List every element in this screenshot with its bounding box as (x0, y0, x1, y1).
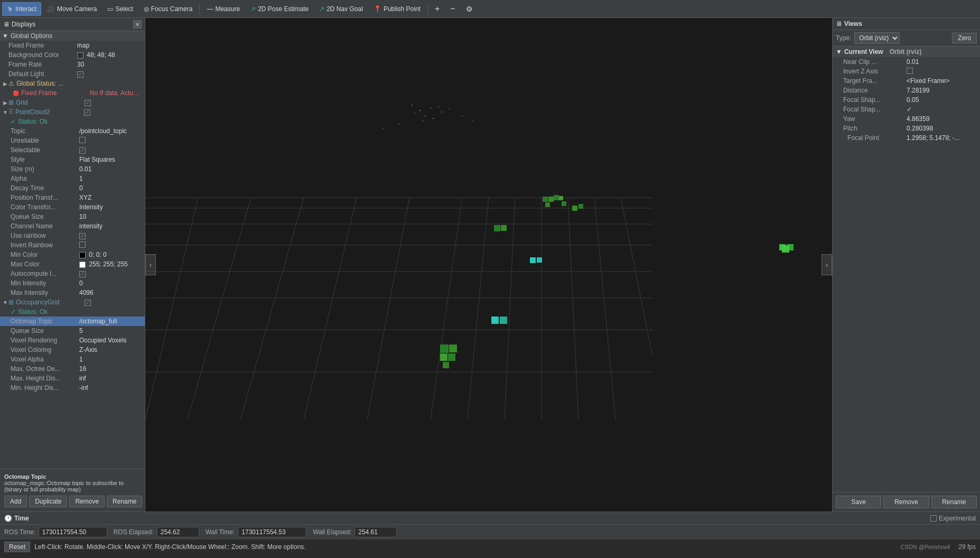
occ-status-label: Status: Ok (18, 308, 87, 315)
ros-time-label: ROS Time: (4, 528, 35, 536)
distance-row[interactable]: Distance 7.28199 (833, 86, 980, 95)
views-save-button[interactable]: Save (836, 496, 881, 508)
focal-shape2-label: Focal Shap... (843, 106, 907, 113)
pointcloud2-checkbox[interactable]: ✓ (84, 109, 90, 116)
grid-row[interactable]: ▶ ⊞ Grid ✓ (0, 98, 145, 107)
wall-time-field[interactable] (238, 527, 306, 537)
views-rename-button[interactable]: Rename (931, 496, 977, 508)
voxel-alpha-row[interactable]: Voxel Alpha 1 (0, 355, 145, 364)
voxel-rendering-row[interactable]: Voxel Rendering Occupied Voxels (0, 336, 145, 345)
focal-point-row[interactable]: Focal Point 1.2958; 5.1478; -... (833, 133, 980, 143)
use-rainbow-row[interactable]: Use rainbow ✓ (0, 231, 145, 240)
minus-button[interactable]: − (445, 2, 460, 16)
min-height-row[interactable]: Min. Height Dis... -inf (0, 383, 145, 393)
max-octree-label: Max. Octree De... (11, 365, 79, 373)
default-light-row[interactable]: Default Light ✓ (0, 69, 145, 79)
occupancy-grid-checkbox-val: ✓ (85, 299, 143, 306)
settings-button[interactable]: ⚙ (461, 2, 478, 16)
move-camera-button[interactable]: 🎥 Move Camera (42, 2, 101, 16)
style-row[interactable]: Style Flat Squares (0, 155, 145, 164)
use-rainbow-checkbox[interactable]: ✓ (79, 233, 86, 239)
channel-name-row[interactable]: Channel Name intensity (0, 221, 145, 231)
pitch-row[interactable]: Pitch 0.280398 (833, 124, 980, 133)
invert-rainbow-checkbox[interactable] (79, 241, 86, 248)
default-light-checkbox[interactable]: ✓ (77, 71, 83, 78)
svg-line-8 (145, 198, 198, 420)
interact-button[interactable]: 🖱 Interact (2, 2, 41, 16)
pc-status-row[interactable]: ✓ Status: Ok (0, 117, 145, 126)
global-status-label: Global Status: ... (16, 80, 85, 87)
target-frame-row[interactable]: Target Fra... <Fixed Frame> (833, 76, 980, 86)
alpha-row[interactable]: Alpha 1 (0, 174, 145, 183)
nav-arrow-right[interactable]: › (822, 254, 832, 275)
nav-arrow-left[interactable]: ‹ (145, 254, 156, 275)
displays-close-button[interactable]: ✕ (133, 20, 142, 29)
nav-goal-button[interactable]: ↗ 2D Nav Goal (314, 2, 368, 16)
occupancy-grid-checkbox[interactable]: ✓ (85, 300, 91, 306)
selectable-row[interactable]: Selectable ✓ (0, 145, 145, 155)
duplicate-button[interactable]: Duplicate (29, 496, 67, 507)
max-intensity-row[interactable]: Max Intensity 4096 (0, 288, 145, 297)
occ-queue-size-row[interactable]: Queue Size 5 (0, 326, 145, 336)
yaw-row[interactable]: Yaw 4.86359 (833, 114, 980, 124)
views-zero-button[interactable]: Zero (952, 33, 977, 43)
autocompute-checkbox[interactable]: ✓ (79, 271, 86, 277)
topic-row[interactable]: Topic /pointcloud_topic (0, 126, 145, 136)
min-color-row[interactable]: Min Color 0; 0; 0 (0, 250, 145, 259)
reset-button[interactable]: Reset (4, 542, 30, 552)
focal-shape1-row[interactable]: Focal Shap... 0.05 (833, 95, 980, 105)
size-row[interactable]: Size (m) 0.01 (0, 164, 145, 174)
unreliable-checkbox[interactable] (79, 137, 86, 143)
near-clip-value: 0.01 (907, 58, 977, 66)
grid-checkbox[interactable]: ✓ (85, 100, 91, 106)
time-header: 🕐 Time Experimental (0, 512, 980, 524)
octomap-topic-row[interactable]: Octomap Topic /octomap_full (0, 317, 145, 326)
position-transform-row[interactable]: Position Transf... XYZ (0, 193, 145, 202)
fixed-frame-error-row[interactable]: 🔴 Fixed Frame No tf data. Actual err... (0, 88, 145, 98)
plus-button[interactable]: + (430, 2, 444, 16)
voxel-coloring-row[interactable]: Voxel Coloring Z-Axis (0, 345, 145, 355)
near-clip-row[interactable]: Near Clip ... 0.01 (833, 57, 980, 67)
background-color-row[interactable]: Background Color 48; 48; 48 (0, 50, 145, 60)
ros-elapsed-field[interactable] (157, 527, 199, 537)
focal-shape2-row[interactable]: Focal Shap... ✓ (833, 105, 980, 114)
rename-button[interactable]: Rename (107, 496, 142, 507)
viewport[interactable]: .grid-line { stroke: #3a3a3a; stroke-wid… (145, 18, 832, 512)
occupancy-grid-row[interactable]: ▼ ⊞ OccupancyGrid ✓ (0, 297, 145, 307)
ros-time-field[interactable] (39, 527, 107, 537)
invert-z-row[interactable]: Invert Z Axis (833, 67, 980, 76)
min-intensity-row[interactable]: Min Intensity 0 (0, 278, 145, 288)
publish-point-button[interactable]: 📍 Publish Point (369, 2, 425, 16)
max-color-row[interactable]: Max Color 255; 255; 255 (0, 259, 145, 269)
pointcloud2-row[interactable]: ▼ ⠿ PointCloud2 ✓ (0, 107, 145, 117)
add-button[interactable]: Add (4, 496, 27, 507)
color-transform-row[interactable]: Color Transfor... Intensity (0, 202, 145, 212)
max-intensity-value: 4096 (79, 289, 143, 296)
global-options-section[interactable]: ▼ Global Options (0, 31, 145, 41)
wall-elapsed-field[interactable] (354, 527, 397, 537)
views-type-select[interactable]: Orbit (rviz) (854, 32, 900, 44)
queue-size-row[interactable]: Queue Size 10 (0, 212, 145, 221)
selectable-checkbox[interactable]: ✓ (79, 147, 86, 154)
occ-status-row[interactable]: ✓ Status: Ok (0, 307, 145, 317)
measure-button[interactable]: — Measure (202, 2, 245, 16)
fixed-frame-row[interactable]: Fixed Frame map (0, 41, 145, 50)
frame-rate-row[interactable]: Frame Rate 30 (0, 60, 145, 69)
global-status-row[interactable]: ▶ ⚠ Global Status: ... (0, 79, 145, 88)
pose-estimate-button[interactable]: ↗ 2D Pose Estimate (246, 2, 313, 16)
max-octree-row[interactable]: Max. Octree De... 16 (0, 364, 145, 374)
views-current-section[interactable]: ▼ Current View Orbit (rviz) (833, 46, 980, 57)
views-remove-button[interactable]: Remove (883, 496, 929, 508)
select-button[interactable]: ▭ Select (102, 2, 137, 16)
remove-button[interactable]: Remove (69, 496, 105, 507)
frame-rate-label: Frame Rate (8, 61, 77, 68)
focus-camera-button[interactable]: ◎ Focus Camera (139, 2, 198, 16)
unreliable-row[interactable]: Unreliable (0, 136, 145, 145)
displays-tooltip: Octomap Topic octomap_msgs::Octomap topi… (4, 473, 141, 492)
autocompute-row[interactable]: Autocompute I... ✓ (0, 269, 145, 278)
max-height-row[interactable]: Max. Height Dis... inf (0, 374, 145, 383)
experimental-cb[interactable] (930, 515, 937, 522)
decay-time-row[interactable]: Decay Time 0 (0, 183, 145, 193)
invert-rainbow-row[interactable]: Invert Rainbow (0, 240, 145, 250)
invert-z-checkbox[interactable] (907, 68, 913, 74)
